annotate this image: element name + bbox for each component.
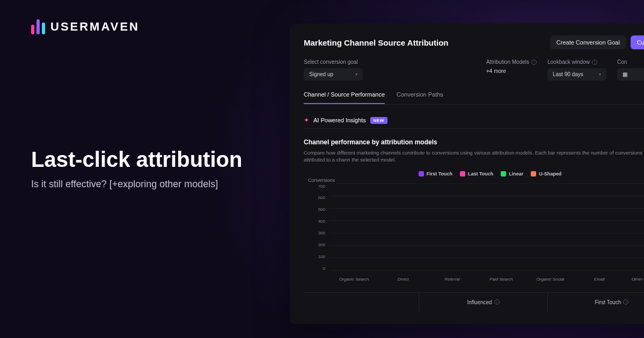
conversion-date-filter: Con ▦ xyxy=(617,59,644,80)
conversion-date-label: Con xyxy=(617,59,644,65)
x-category: Other Campaigns xyxy=(624,277,644,282)
info-icon[interactable]: i xyxy=(592,60,597,65)
conversion-goal-label: Select conversion goal xyxy=(304,59,363,65)
x-category: Paid Search xyxy=(477,277,525,282)
x-category: Email xyxy=(575,277,624,282)
brand-logo: USERMAVEN xyxy=(31,19,140,34)
hero: Last-click attribution Is it still effec… xyxy=(31,148,242,190)
calendar-icon: ▦ xyxy=(623,71,627,77)
lookback-window-label: Lookback window i xyxy=(547,59,606,65)
conversion-goal-select[interactable]: Signed up ▾ xyxy=(304,68,363,80)
conversion-goal-filter: Select conversion goal Signed up ▾ xyxy=(304,59,363,80)
page-subtitle: Is it still effective? [+exploring other… xyxy=(31,179,242,190)
table-col-influenced[interactable]: Influenced i xyxy=(419,293,547,312)
page-title: Last-click attribution xyxy=(31,148,242,171)
lookback-window-filter: Lookback window i Last 90 days ▾ xyxy=(547,59,606,80)
new-badge: NEW xyxy=(370,117,387,124)
table-header: Influenced i First Touch i xyxy=(304,292,644,312)
create-conversion-goal-button[interactable]: Create Conversion Goal xyxy=(550,35,626,49)
x-axis-categories: Organic SearchDirectReferralPaid SearchO… xyxy=(330,277,644,282)
x-category: Direct xyxy=(378,277,427,282)
filters-row: Select conversion goal Signed up ▾ Attri… xyxy=(304,59,644,80)
tabs: Channel / Source Performance Conversion … xyxy=(304,91,644,105)
tab-conversion-paths[interactable]: Conversion Paths xyxy=(397,91,443,104)
chart-plot-area xyxy=(330,184,644,271)
conversion-date-select[interactable]: ▦ xyxy=(617,68,644,80)
info-icon[interactable]: i xyxy=(531,60,537,65)
dashboard-panel: Marketing Channel Source Attribution Cre… xyxy=(290,24,644,324)
chevron-down-icon: ▾ xyxy=(599,72,601,77)
attribution-bar-chart: Conversions 7006005004003002001000 Organ… xyxy=(304,180,644,282)
attribution-models-label: Attribution Models i xyxy=(486,59,537,65)
lookback-window-select[interactable]: Last 90 days ▾ xyxy=(547,68,606,80)
table-col-blank xyxy=(304,293,419,312)
swatch-icon xyxy=(501,171,506,177)
info-icon: i xyxy=(623,299,628,305)
legend-linear: Linear xyxy=(501,171,523,177)
y-axis-label: Conversions xyxy=(308,178,335,183)
x-category: Organic Social xyxy=(526,277,575,282)
dashboard-title: Marketing Channel Source Attribution xyxy=(304,38,448,47)
legend-first-touch: First Touch xyxy=(419,171,452,177)
swatch-icon xyxy=(419,171,424,177)
chart-section: Channel performance by attribution model… xyxy=(304,138,644,282)
legend-u-shaped: U-Shaped xyxy=(531,171,561,177)
chevron-down-icon: ▾ xyxy=(355,72,357,77)
chart-description: Compare how different marketing channels… xyxy=(304,149,644,164)
legend-last-touch: Last Touch xyxy=(460,171,493,177)
dashboard-actions: Create Conversion Goal Custom Cha xyxy=(550,35,644,49)
tab-channel-performance[interactable]: Channel / Source Performance xyxy=(304,91,385,104)
dashboard-header: Marketing Channel Source Attribution Cre… xyxy=(304,35,644,49)
logo-icon xyxy=(31,19,45,34)
y-axis-ticks: 7006005004003002001000 xyxy=(309,184,325,271)
ai-insights-row[interactable]: ✦ AI Powered Insights NEW xyxy=(304,112,644,129)
custom-chart-button[interactable]: Custom Cha xyxy=(631,35,644,49)
ai-insights-label: AI Powered Insights xyxy=(313,117,366,123)
sparkle-icon: ✦ xyxy=(304,116,309,124)
x-category: Referral xyxy=(428,277,477,282)
table-col-first-touch[interactable]: First Touch i xyxy=(548,293,644,312)
brand-name: USERMAVEN xyxy=(50,20,140,34)
x-category: Organic Search xyxy=(330,277,378,282)
info-icon: i xyxy=(494,299,500,305)
chart-title: Channel performance by attribution model… xyxy=(304,138,644,146)
attribution-models-filter: Attribution Models i +4 more xyxy=(486,59,537,80)
chart-legend: First Touch Last Touch Linear U-Shaped xyxy=(304,171,644,177)
swatch-icon xyxy=(460,171,465,177)
swatch-icon xyxy=(531,171,536,177)
attribution-models-more[interactable]: +4 more xyxy=(486,68,537,74)
